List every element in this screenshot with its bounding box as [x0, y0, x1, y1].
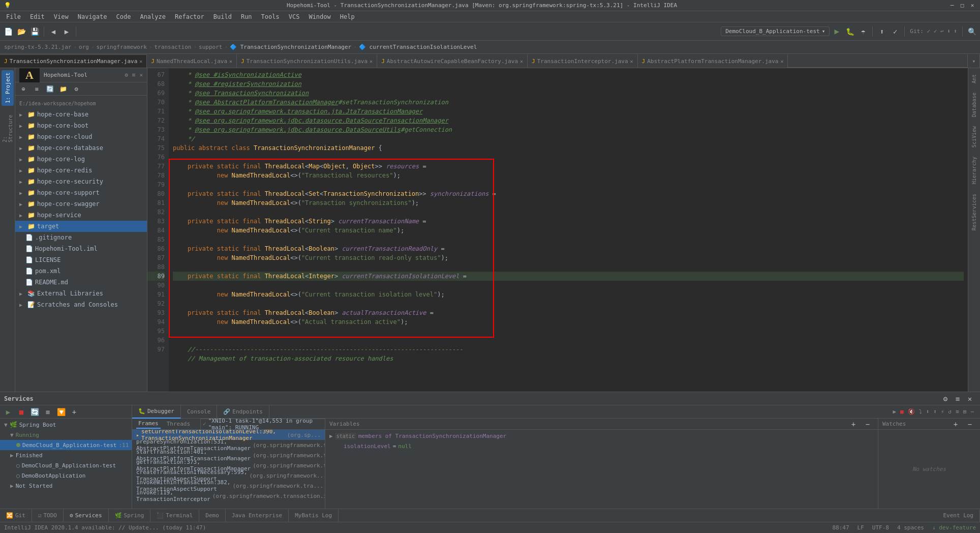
vars-btn-add[interactable]: +: [847, 419, 860, 430]
menu-run[interactable]: Run: [237, 12, 256, 21]
debug-tab-console[interactable]: Console: [181, 405, 217, 419]
debug-btn-settings[interactable]: ≡: [956, 408, 959, 415]
toolbar-forward[interactable]: ▶: [60, 25, 73, 38]
breadcrumb-springframework[interactable]: springframework: [97, 44, 147, 50]
tree-item-iml[interactable]: 📄 Hopehomi-Tool.iml: [15, 243, 147, 254]
watches-btn-add[interactable]: +: [950, 419, 962, 430]
tree-item-target[interactable]: ▶ 📁 target: [15, 221, 147, 232]
bottom-tab-event-log[interactable]: Event Log: [937, 509, 980, 522]
right-tab-hierarchy[interactable]: Hierarchy: [969, 153, 979, 188]
side-tab-project[interactable]: 1: Project: [2, 70, 14, 106]
right-tab-sciview[interactable]: SciView: [969, 122, 979, 152]
debug-tab-debugger[interactable]: 🐛 Debugger: [132, 405, 181, 419]
sidebar-settings[interactable]: ⚙: [125, 72, 128, 78]
tree-item-support[interactable]: ▶ 📁 hope-core-support: [15, 187, 147, 198]
sidebar-btn-4[interactable]: 📁: [57, 83, 69, 95]
services-item-spring[interactable]: ▼ 🌿 Spring Boot: [0, 420, 132, 430]
breadcrumb-transaction[interactable]: transaction: [155, 44, 192, 50]
tree-item-boot[interactable]: ▶ 📁 hope-core-boot: [15, 120, 147, 131]
menu-help[interactable]: Help: [336, 12, 359, 21]
breadcrumb-support[interactable]: support: [199, 44, 222, 50]
bottom-tab-services[interactable]: ⚙ Services: [64, 509, 109, 522]
panel-settings[interactable]: ⚙: [939, 393, 952, 405]
sidebar-config[interactable]: ≡: [132, 72, 136, 78]
bottom-tab-demo[interactable]: Demo: [199, 509, 226, 522]
file-tab-close-0[interactable]: ✕: [139, 58, 142, 64]
services-btn-stop[interactable]: ■: [15, 406, 27, 418]
toolbar-back[interactable]: ◀: [47, 25, 59, 38]
sidebar-close[interactable]: ✕: [139, 72, 143, 78]
right-tab-restservices[interactable]: RestServices: [969, 190, 979, 234]
file-tab-close-5[interactable]: ✕: [780, 58, 783, 64]
threads-tab[interactable]: Threads: [165, 420, 192, 428]
side-tab-structure[interactable]: 2: Structure: [2, 107, 14, 142]
menu-code[interactable]: Code: [112, 12, 135, 21]
debug-button[interactable]: 🐛: [844, 25, 856, 38]
right-tab-database[interactable]: Database: [969, 88, 979, 121]
bottom-tab-java-enterprise[interactable]: Java Enterprise: [226, 509, 289, 522]
status-vcs[interactable]: ↓ dev-feature: [932, 524, 976, 531]
debug-btn-more[interactable]: ⋯: [970, 408, 974, 415]
file-tab-0[interactable]: J TransactionSynchronizationManager.java…: [0, 54, 147, 68]
code-content[interactable]: * @see #isSynchronizationActive * @see #…: [169, 68, 968, 392]
file-tab-1[interactable]: J NamedThreadLocal.java ✕: [147, 54, 237, 68]
tree-item-cloud[interactable]: ▶ 📁 hope-core-cloud: [15, 131, 147, 142]
menu-tools[interactable]: Tools: [257, 12, 284, 21]
tree-item-readme[interactable]: 📄 README.md: [15, 277, 147, 288]
debug-btn-step-into[interactable]: ⬇: [926, 408, 930, 415]
tree-item-security[interactable]: ▶ 📁 hope-core-security: [15, 176, 147, 187]
thread-dropdown[interactable]: ✓ "XNIO-1 task-1"@14,553 in group "main"…: [200, 419, 325, 430]
services-item-democloud[interactable]: DemoCloud_B_Application-test :11: [0, 440, 132, 450]
breadcrumb-spring[interactable]: spring-tx-5.3.21.jar: [4, 44, 71, 50]
debug-tab-endpoints[interactable]: 🔗 Endpoints: [217, 405, 269, 419]
toolbar-vcs[interactable]: ⬆: [876, 25, 888, 38]
panel-config[interactable]: ≡: [952, 393, 964, 405]
menu-navigate[interactable]: Navigate: [74, 12, 111, 21]
sidebar-btn-3[interactable]: 🔄: [44, 83, 56, 95]
debug-btn-step-over[interactable]: ⤵: [919, 408, 922, 415]
sidebar-btn-5[interactable]: ⚙: [70, 83, 82, 95]
services-btn-filter[interactable]: 🔽: [55, 406, 67, 418]
services-btn-group[interactable]: ≡: [42, 406, 54, 418]
services-btn-add[interactable]: +: [68, 406, 80, 418]
debug-btn-step-out[interactable]: ⬆: [933, 408, 937, 415]
frame-item-6[interactable]: invoke:119, TransactionInterceptor (org.…: [132, 491, 325, 501]
tree-item-base[interactable]: ▶ 📁 hope-core-base: [15, 109, 147, 120]
tree-item-ext-libs[interactable]: ▶ 📚 External Libraries: [15, 288, 147, 299]
services-item-finished[interactable]: ▶ Finished: [0, 450, 132, 460]
file-tab-3[interactable]: J AbstractAutowireCapableBeanFactory.jav…: [377, 54, 528, 68]
tree-item-pom[interactable]: 📄 pom.xml: [15, 265, 147, 277]
sidebar-btn-2[interactable]: ≡: [30, 83, 43, 95]
file-tab-2[interactable]: J TransactionSynchronizationUtils.java ✕: [237, 54, 377, 68]
file-tab-close-4[interactable]: ✕: [630, 58, 633, 64]
frames-tab[interactable]: Frames: [136, 419, 161, 429]
debug-btn-resume[interactable]: ▶: [893, 408, 896, 415]
debug-btn-stop[interactable]: ■: [900, 408, 904, 415]
toolbar-open[interactable]: 📂: [15, 25, 27, 38]
breadcrumb-class[interactable]: 🔷 TransactionSynchronizationManager: [230, 44, 351, 50]
file-tab-close-1[interactable]: ✕: [229, 58, 232, 64]
breadcrumb-field[interactable]: 🔷 currentTransactionIsolationLevel: [359, 44, 477, 50]
menu-analyze[interactable]: Analyze: [136, 12, 170, 21]
file-tab-close-3[interactable]: ✕: [520, 58, 523, 64]
run-config-dropdown[interactable]: DemoCloud_B_Application-test ▾: [721, 26, 830, 36]
right-tab-ant[interactable]: Ant: [969, 70, 979, 87]
toolbar-commit[interactable]: ✓: [889, 25, 901, 38]
bottom-tab-git[interactable]: 🔀 Git: [0, 509, 32, 522]
toolbar-search[interactable]: 🔍: [966, 25, 978, 38]
var-item-static[interactable]: ▶ static members of TransactionSynchroni…: [325, 431, 878, 441]
panel-close[interactable]: ✕: [964, 393, 976, 405]
status-encoding[interactable]: UTF-8: [872, 524, 889, 531]
bottom-tab-mybatis[interactable]: MyBatis Log: [289, 509, 339, 522]
services-btn-run[interactable]: ▶: [2, 406, 14, 418]
menu-build[interactable]: Build: [209, 12, 236, 21]
code-area[interactable]: 67 68 69 70 71 72 73 74 75 76 77 78 79 8…: [147, 68, 968, 392]
var-item-isolation[interactable]: isolationLevel = null: [325, 441, 878, 451]
tree-item-log[interactable]: ▶ 📁 hope-core-log: [15, 154, 147, 165]
run-button[interactable]: ▶: [831, 25, 843, 38]
tree-item-database[interactable]: ▶ 📁 hope-core-database: [15, 142, 147, 154]
menu-view[interactable]: View: [50, 12, 73, 21]
bottom-tab-todo[interactable]: ☑ TODO: [32, 509, 64, 522]
watches-btn-remove[interactable]: −: [964, 419, 976, 430]
tree-item-scratches[interactable]: ▶ 📝 Scratches and Consoles: [15, 299, 147, 310]
